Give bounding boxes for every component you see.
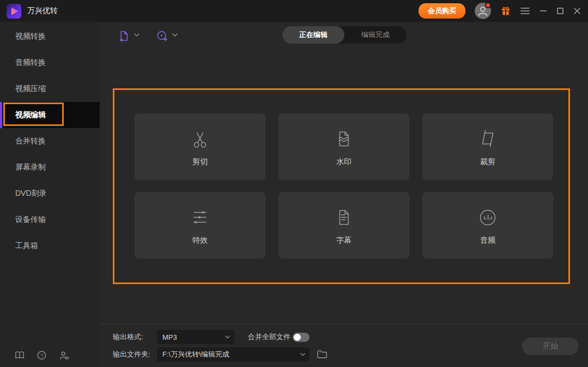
- card-audio[interactable]: 音频: [422, 192, 553, 258]
- app-logo-icon: [7, 4, 21, 19]
- avatar[interactable]: [475, 3, 491, 19]
- chevron-down-icon[interactable]: [172, 29, 178, 43]
- sidebar-item-merge-convert[interactable]: 合并转换: [0, 128, 100, 154]
- output-format-select[interactable]: MP3: [157, 330, 234, 344]
- manual-book-icon[interactable]: [15, 351, 25, 360]
- sidebar-item-video-compress[interactable]: 视频压缩: [0, 76, 100, 102]
- sidebar-item-audio-convert[interactable]: 音频转换: [0, 50, 100, 76]
- titlebar-actions: 会员购买: [419, 3, 588, 19]
- close-button[interactable]: [574, 8, 580, 14]
- sidebar-item-device-transfer[interactable]: 设备传输: [0, 207, 100, 233]
- gift-icon[interactable]: [500, 5, 511, 16]
- contact-support-icon[interactable]: [59, 351, 69, 360]
- add-disc-icon: [156, 29, 168, 43]
- tab-edit-finished[interactable]: 编辑完成: [344, 26, 407, 44]
- open-folder-icon[interactable]: [317, 350, 327, 358]
- app-title: 万兴优转: [27, 6, 58, 16]
- crop-icon: [476, 127, 500, 151]
- minimize-button[interactable]: [540, 8, 547, 14]
- sidebar: 视频转换 音频转换 视频压缩 视频编辑 合并转换 屏幕录制 DVD刻录 设备传输…: [0, 22, 100, 367]
- toggle-knob: [294, 334, 301, 341]
- sidebar-footer: ?: [15, 351, 69, 360]
- output-folder-select[interactable]: F:\万兴优转\编辑完成: [157, 347, 310, 362]
- selected-accent-bar: [0, 102, 2, 128]
- audio-icon: [476, 206, 500, 230]
- add-file-button[interactable]: [118, 29, 140, 43]
- sidebar-item-video-edit[interactable]: 视频编辑: [0, 102, 100, 128]
- card-effects[interactable]: 特效: [135, 192, 265, 258]
- start-button[interactable]: 开始: [522, 338, 579, 355]
- output-format-label: 输出格式:: [113, 330, 143, 344]
- titlebar: 万兴优转 会员购买: [0, 0, 588, 22]
- notification-dot: [485, 2, 491, 8]
- card-trim[interactable]: 剪切: [135, 113, 265, 180]
- subtitle-icon: [332, 206, 356, 230]
- watermark-icon: [332, 127, 356, 151]
- svg-text:?: ?: [40, 352, 43, 358]
- chevron-down-icon[interactable]: [134, 29, 140, 43]
- effects-icon: [188, 206, 212, 230]
- maximize-button[interactable]: [557, 8, 563, 14]
- sidebar-item-toolbox[interactable]: 工具箱: [0, 233, 100, 259]
- chevron-down-icon: [225, 335, 230, 339]
- sidebar-item-video-convert[interactable]: 视频转换: [0, 23, 100, 50]
- editor-card-grid: 剪切 水印 裁剪 特效: [135, 113, 553, 258]
- sidebar-item-dvd-burn[interactable]: DVD刻录: [0, 181, 100, 207]
- chevron-down-icon: [300, 353, 305, 356]
- main-area: 正在编辑 编辑完成 剪切 水印: [100, 22, 588, 367]
- scissors-icon: [188, 127, 212, 151]
- card-watermark[interactable]: 水印: [278, 113, 409, 180]
- menu-icon[interactable]: [520, 7, 530, 15]
- output-folder-label: 输出文件夹:: [113, 347, 150, 362]
- card-subtitle[interactable]: 字幕: [278, 192, 409, 258]
- merge-all-label: 合并全部文件: [248, 330, 290, 344]
- output-settings-bar: 输出格式: MP3 合并全部文件 输出文件夹: F:\万兴优转\编辑完成 开始: [100, 324, 588, 367]
- sidebar-item-screen-record[interactable]: 屏幕录制: [0, 154, 100, 181]
- merge-all-toggle[interactable]: [293, 333, 310, 342]
- card-crop[interactable]: 裁剪: [422, 113, 553, 180]
- editing-tabs: 正在编辑 编辑完成: [282, 26, 407, 44]
- help-icon[interactable]: ?: [37, 351, 46, 360]
- buy-membership-button[interactable]: 会员购买: [419, 3, 465, 19]
- tab-editing[interactable]: 正在编辑: [282, 26, 344, 44]
- add-file-icon: [118, 29, 130, 43]
- add-disc-button[interactable]: [156, 29, 178, 43]
